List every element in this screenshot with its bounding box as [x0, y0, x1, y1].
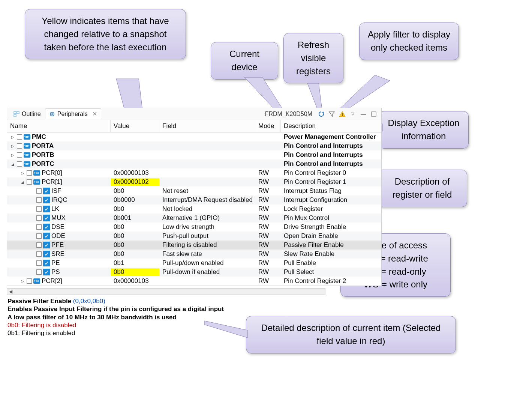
row-value[interactable]: 0b0 — [111, 232, 159, 240]
row-checkbox[interactable] — [17, 134, 22, 140]
row-value[interactable]: 0b0 — [111, 250, 159, 258]
row-value[interactable]: 0b0 — [111, 187, 159, 195]
row-checkbox[interactable] — [36, 269, 42, 275]
table-row[interactable]: ✓PE0b1Pull-up/down enabledRWPull Enable — [7, 259, 381, 268]
row-value[interactable]: 0x00000103 — [111, 277, 159, 285]
filter-icon[interactable] — [328, 110, 336, 118]
tree-twistie-icon[interactable] — [30, 242, 35, 248]
row-value[interactable]: 0b1 — [111, 259, 159, 267]
tree-twistie-icon[interactable] — [30, 206, 35, 212]
row-checked-icon[interactable]: ✓ — [43, 242, 50, 248]
row-checkbox[interactable] — [17, 143, 22, 149]
table-row[interactable]: ✓LK0b0Not lockedRWLock Register — [7, 205, 381, 214]
row-value[interactable]: 0b0 — [111, 205, 159, 213]
row-checkbox[interactable] — [36, 260, 42, 266]
tree-twistie-icon[interactable] — [30, 224, 35, 230]
refresh-icon[interactable] — [317, 110, 325, 118]
table-row[interactable]: ✓ISF0b0Not resetRWInterrupt Status Flag — [7, 186, 381, 195]
minimize-icon[interactable]: — — [359, 110, 367, 118]
close-icon[interactable]: ✕ — [92, 110, 97, 117]
table-row[interactable]: ◢101PORTCPin Control and Interrupts — [7, 159, 381, 168]
tree-twistie-icon[interactable] — [30, 251, 35, 257]
tree-twistie-icon[interactable] — [30, 269, 35, 275]
table-row[interactable]: ◢101PCR[1]0x00000102RWPin Control Regist… — [7, 177, 381, 186]
table-row[interactable]: ▷101PORTAPin Control and Interrupts — [7, 141, 381, 150]
callout-changed: Yellow indicates items that have changed… — [25, 9, 186, 59]
row-checked-icon[interactable]: ✓ — [43, 188, 50, 194]
header-mode[interactable]: Mode — [255, 120, 281, 132]
tree-twistie-icon[interactable] — [30, 197, 35, 203]
row-checkbox[interactable] — [27, 179, 32, 185]
tab-peripherals[interactable]: Peripherals ✕ — [45, 108, 101, 119]
tree-twistie-icon[interactable] — [30, 188, 35, 194]
table-row[interactable]: ✓PFE0b0Filtering is disabledRWPassive Fi… — [7, 241, 381, 250]
horizontal-scrollbar[interactable]: ◀ — [7, 288, 325, 295]
row-value[interactable]: 0b001 — [111, 214, 159, 222]
row-description: Pin Control and Interrupts — [281, 151, 381, 159]
tree-twistie-icon[interactable] — [30, 215, 35, 221]
warning-icon[interactable] — [338, 110, 346, 118]
table-row[interactable]: ✓PS0b0Pull-down if enabledRWPull Select — [7, 268, 381, 277]
row-checked-icon[interactable]: ✓ — [43, 224, 50, 230]
row-value[interactable]: 0b0 — [111, 268, 159, 276]
tab-outline[interactable]: Outline — [9, 109, 45, 119]
row-checkbox[interactable] — [36, 206, 42, 212]
row-checkbox[interactable] — [36, 215, 42, 221]
register-icon: 101 — [24, 152, 30, 158]
row-checkbox[interactable] — [36, 197, 42, 203]
row-checked-icon[interactable]: ✓ — [43, 269, 50, 275]
row-checked-icon[interactable]: ✓ — [43, 206, 50, 212]
row-checkbox[interactable] — [17, 161, 22, 167]
row-checkbox[interactable] — [36, 233, 42, 239]
row-mode: RW — [255, 268, 281, 276]
scroll-left-icon[interactable]: ◀ — [7, 289, 14, 294]
tree-twistie-icon[interactable]: ◢ — [20, 179, 25, 185]
row-value[interactable]: 0b0000 — [111, 196, 159, 204]
header-desc[interactable]: Description — [281, 120, 381, 132]
row-value[interactable]: 0b0 — [111, 223, 159, 231]
tree-twistie-icon[interactable]: ▷ — [10, 152, 15, 158]
row-value[interactable]: 0x00000102 — [111, 178, 159, 186]
callout-text: Display Exception information — [388, 118, 460, 141]
callout-text: Yellow indicates items that have changed… — [42, 16, 169, 52]
table-row[interactable]: ✓MUX0b001Alternative 1 (GPIO)RWPin Mux C… — [7, 214, 381, 223]
tree-twistie-icon[interactable]: ▷ — [10, 134, 15, 140]
view-menu-icon[interactable]: ▽ — [349, 110, 357, 118]
tree-twistie-icon[interactable]: ▷ — [20, 278, 25, 284]
row-checked-icon[interactable]: ✓ — [43, 233, 50, 239]
header-name[interactable]: Name — [7, 120, 111, 132]
row-checkbox[interactable] — [36, 251, 42, 257]
tree-twistie-icon[interactable] — [30, 233, 35, 239]
row-checked-icon[interactable]: ✓ — [43, 260, 50, 266]
tree-twistie-icon[interactable]: ▷ — [10, 143, 15, 149]
header-field[interactable]: Field — [159, 120, 255, 132]
row-checkbox[interactable] — [27, 170, 32, 176]
row-mode: RW — [255, 214, 281, 222]
row-name: PS — [51, 268, 60, 276]
row-checked-icon[interactable]: ✓ — [43, 251, 50, 257]
tree-twistie-icon[interactable]: ▷ — [20, 170, 25, 176]
tree-twistie-icon[interactable]: ◢ — [10, 161, 15, 167]
table-row[interactable]: ✓IRQC0b0000Interrupt/DMA Request disable… — [7, 195, 381, 205]
table-row[interactable]: ▷101PCR[0]0x00000103RWPin Control Regist… — [7, 168, 381, 177]
row-checkbox[interactable] — [36, 224, 42, 230]
table-row[interactable]: ✓DSE0b0Low drive strengthRWDrive Strengt… — [7, 223, 381, 232]
row-checkbox[interactable] — [27, 278, 32, 284]
tree-twistie-icon[interactable] — [30, 260, 35, 266]
table-row[interactable]: ▷101PORTBPin Control and Interrupts — [7, 150, 381, 159]
table-row[interactable]: ▷101PCR[2]0x00000103RWPin Control Regist… — [7, 277, 381, 286]
row-value[interactable]: 0b0 — [111, 241, 159, 249]
row-checkbox[interactable] — [36, 188, 42, 194]
row-checked-icon[interactable]: ✓ — [43, 197, 50, 203]
row-description: Interrupt Status Flag — [281, 187, 381, 195]
table-row[interactable]: ✓SRE0b0Fast slew rateRWSlew Rate Enable — [7, 250, 381, 259]
row-value[interactable]: 0x00000103 — [111, 169, 159, 177]
table-row[interactable]: ▷101PMCPower Management Controller — [7, 132, 381, 141]
maximize-icon[interactable] — [370, 110, 378, 118]
row-description: Power Management Controller — [281, 133, 381, 141]
row-checkbox[interactable] — [36, 242, 42, 248]
header-value[interactable]: Value — [111, 120, 159, 132]
row-checkbox[interactable] — [17, 152, 22, 158]
row-checked-icon[interactable]: ✓ — [43, 215, 50, 221]
table-row[interactable]: ✓ODE0b0Push-pull outputRWOpen Drain Enab… — [7, 232, 381, 241]
